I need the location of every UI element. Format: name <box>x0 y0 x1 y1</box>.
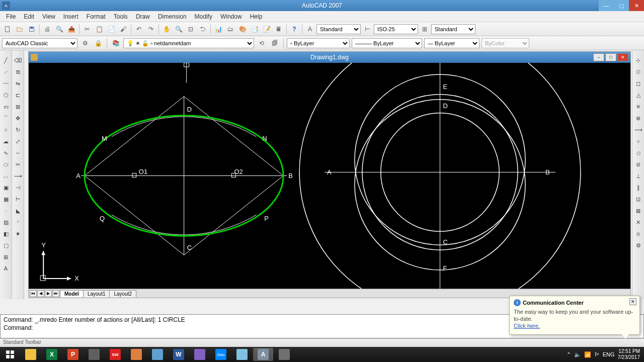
chamfer-icon[interactable]: ◣ <box>13 206 23 216</box>
dcenter-icon[interactable]: 🗂 <box>225 24 236 35</box>
table-style-dropdown[interactable]: Standard <box>431 24 475 34</box>
matchprop-icon[interactable]: 🖌 <box>118 24 129 35</box>
extension-icon[interactable]: ⟶ <box>633 125 643 135</box>
ellipse-arc-icon[interactable]: ⌓ <box>1 171 11 181</box>
point-icon[interactable]: · <box>1 206 11 216</box>
node-icon[interactable]: ⊠ <box>633 206 643 216</box>
region-icon[interactable]: ▢ <box>1 240 11 250</box>
drawing-minimize[interactable]: − <box>593 53 604 61</box>
lineweight-dropdown[interactable]: — ByLayer <box>424 38 479 48</box>
extend-icon[interactable]: ⟶ <box>13 171 23 181</box>
task-app1[interactable] <box>84 348 104 361</box>
table-icon[interactable]: ⊞ <box>1 252 11 262</box>
linetype-dropdown[interactable]: ——— ByLayer <box>352 38 422 48</box>
task-notepad[interactable] <box>232 348 252 361</box>
tray-lang[interactable]: ENG <box>603 351 615 357</box>
rectangle-icon[interactable]: ▭ <box>1 102 11 112</box>
mtext-icon[interactable]: A <box>1 263 11 274</box>
tangent-icon[interactable]: ⊘ <box>633 159 643 169</box>
plotstyle-dropdown[interactable]: ByColor <box>481 38 529 48</box>
zoom-win-icon[interactable]: ⊡ <box>185 24 196 35</box>
menu-edit[interactable]: Edit <box>20 12 38 21</box>
menu-format[interactable]: Format <box>83 12 110 21</box>
toolpalettes-icon[interactable]: 🎨 <box>237 24 248 35</box>
properties-icon[interactable]: 📊 <box>213 24 224 35</box>
commcenter-close[interactable]: ✕ <box>629 298 636 305</box>
ellipse-icon[interactable]: ⬭ <box>1 159 11 169</box>
tab-layout2[interactable]: Layout2 <box>109 290 136 297</box>
snap-from-icon[interactable]: ⦾ <box>633 67 643 77</box>
close-button[interactable]: ✕ <box>629 0 644 11</box>
parallel-icon[interactable]: ∥ <box>633 183 643 193</box>
tab-model[interactable]: Model <box>60 290 84 297</box>
polygon-icon[interactable]: ⬠ <box>1 90 11 100</box>
task-solidworks[interactable]: SW <box>105 348 125 361</box>
midpoint-icon[interactable]: △ <box>633 90 643 100</box>
tab-next[interactable]: ▶ <box>45 290 52 297</box>
task-excel[interactable]: X <box>42 348 62 361</box>
minimize-button[interactable]: — <box>599 0 614 11</box>
task-powerpoint[interactable]: P <box>63 348 83 361</box>
layer-manager-icon[interactable]: 📚 <box>110 38 121 49</box>
insert-icon[interactable]: ⊡ <box>633 194 643 204</box>
osnap-settings-icon[interactable]: ⚙ <box>633 240 643 250</box>
quadrant-icon[interactable]: ◇ <box>633 148 643 158</box>
layer-dropdown[interactable]: 💡 ☀ 🔓 ▫ netdamnetdam <box>123 38 254 48</box>
ws-lock-icon[interactable]: 🔒 <box>93 38 104 49</box>
sheet-icon[interactable]: 📑 <box>249 24 260 35</box>
open-icon[interactable] <box>14 24 25 35</box>
tray-icon-3[interactable]: 🏳 <box>594 351 600 357</box>
xline-icon[interactable]: ⟋ <box>1 67 11 77</box>
fillet-icon[interactable]: ◜ <box>13 217 23 227</box>
gradient-icon[interactable]: ◧ <box>1 229 11 239</box>
menu-view[interactable]: View <box>38 12 59 21</box>
task-folder[interactable] <box>147 348 168 361</box>
undo-icon[interactable]: ↶ <box>133 24 144 35</box>
spline-icon[interactable]: ∿ <box>1 148 11 158</box>
hatch-icon[interactable]: ▨ <box>1 217 11 227</box>
menu-file[interactable]: File <box>2 12 20 21</box>
drawing-maximize[interactable]: □ <box>605 53 616 61</box>
commcenter-link[interactable]: Click here. <box>514 323 540 329</box>
menu-help[interactable]: Help <box>246 12 267 21</box>
preview-icon[interactable]: 🔍 <box>54 24 65 35</box>
markup-icon[interactable]: 📝 <box>261 24 272 35</box>
menu-tools[interactable]: Tools <box>110 12 132 21</box>
menu-modify[interactable]: Modify <box>191 12 216 21</box>
copy-icon[interactable]: 📋 <box>94 24 105 35</box>
tab-first[interactable]: ⏮ <box>30 290 37 297</box>
task-explorer[interactable] <box>21 348 41 361</box>
tray-icon-1[interactable]: 🔈 <box>574 351 581 358</box>
array-icon[interactable]: ⊞ <box>13 102 23 112</box>
textstyle-icon[interactable]: A <box>304 24 315 35</box>
dimstyle-icon[interactable]: ⊢ <box>362 24 373 35</box>
task-autocad[interactable]: A <box>253 348 273 361</box>
tray-icon-2[interactable]: 📶 <box>584 351 591 358</box>
line-icon[interactable]: ╱ <box>1 55 11 65</box>
menu-window[interactable]: Window <box>216 12 246 21</box>
task-zalo[interactable]: Zalo <box>211 348 231 361</box>
revcloud-icon[interactable]: ☁ <box>1 136 11 146</box>
perpendicular-icon[interactable]: ⊥ <box>633 171 643 181</box>
tab-layout1[interactable]: Layout1 <box>83 290 110 297</box>
plot-icon[interactable]: 🖨 <box>42 24 53 35</box>
make-block-icon[interactable]: ▦ <box>1 194 11 204</box>
text-style-dropdown[interactable]: Standard <box>316 24 361 34</box>
tab-last[interactable]: ⏭ <box>52 290 59 297</box>
nearest-icon[interactable]: ✕ <box>633 217 643 227</box>
tab-prev[interactable]: ◀ <box>37 290 44 297</box>
trim-icon[interactable]: ✂ <box>13 159 23 169</box>
menu-draw[interactable]: Draw <box>132 12 154 21</box>
temp-track-icon[interactable]: ⊹ <box>633 55 643 65</box>
explode-icon[interactable]: ✷ <box>13 229 23 239</box>
color-dropdown[interactable]: ▫ ByLayer <box>287 38 350 48</box>
zoom-rt-icon[interactable]: 🔍 <box>173 24 184 35</box>
erase-icon[interactable]: ⌫ <box>13 55 23 65</box>
publish-icon[interactable]: 📤 <box>66 24 77 35</box>
start-button[interactable] <box>0 347 20 362</box>
task-word[interactable]: W <box>169 348 189 361</box>
break-icon[interactable]: ⊣ <box>13 183 23 193</box>
redo-icon[interactable]: ↷ <box>145 24 156 35</box>
none-icon[interactable]: ⦸ <box>633 229 643 239</box>
zoom-prev-icon[interactable]: ⮌ <box>197 24 208 35</box>
